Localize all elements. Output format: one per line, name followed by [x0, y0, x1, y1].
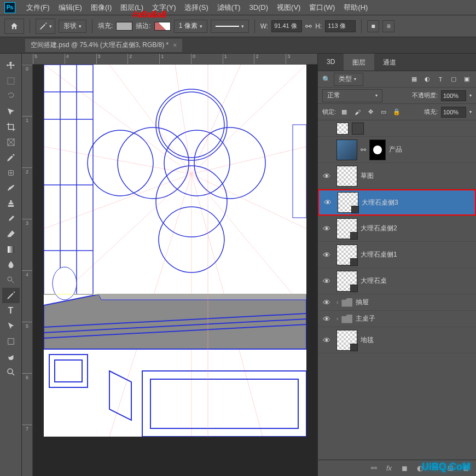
layer-row-selected[interactable]: 👁 大理石桌侧3: [318, 189, 476, 216]
eyedropper-tool[interactable]: [2, 150, 20, 165]
visibility-toggle[interactable]: 👁: [320, 224, 333, 233]
menu-edit[interactable]: 编辑(E): [54, 3, 86, 13]
menu-view[interactable]: 视图(V): [272, 3, 305, 13]
svg-rect-0: [8, 78, 14, 84]
lock-all-icon[interactable]: 🔒: [392, 107, 402, 117]
group-button[interactable]: ▭: [430, 463, 440, 473]
svg-rect-32: [293, 125, 306, 218]
gradient-tool[interactable]: [2, 242, 20, 257]
menu-window[interactable]: 窗口(W): [305, 3, 339, 13]
document-tabbar: 空间搭建.psd @ 75.4% (大理石桌侧3, RGB/8) * ×: [0, 37, 476, 54]
svg-rect-3: [8, 246, 14, 253]
stroke-width-input[interactable]: 1 像素 ▾: [174, 20, 207, 33]
move-tool[interactable]: [2, 58, 20, 73]
tab-layers[interactable]: 图层: [344, 54, 374, 71]
layer-row[interactable]: 👁 大理石桌侧1: [318, 242, 476, 268]
delete-button[interactable]: 🗑: [461, 463, 471, 473]
close-tab-icon[interactable]: ×: [173, 42, 177, 49]
visibility-toggle[interactable]: 👁: [320, 251, 333, 259]
layer-row[interactable]: 👁 大理石桌侧2: [318, 216, 476, 242]
shape-tool[interactable]: [2, 334, 20, 349]
fx-button[interactable]: fx: [384, 463, 394, 473]
link-wh-icon[interactable]: ⚯: [305, 22, 312, 31]
frame-tool[interactable]: [2, 135, 20, 150]
layer-filter-row: 🔍 类型▾ ▦ ◐ T ▢ ▣: [318, 71, 476, 88]
visibility-toggle[interactable]: 👁: [320, 298, 333, 307]
menu-type[interactable]: 文字(Y): [148, 3, 180, 13]
path-ops-button[interactable]: ■: [367, 20, 379, 32]
visibility-toggle[interactable]: 👁: [321, 198, 334, 207]
brush-tool[interactable]: [2, 181, 20, 196]
layer-group-row[interactable]: 👁 › 抽屉: [318, 294, 476, 311]
filter-shape-icon[interactable]: ▢: [449, 74, 458, 84]
tab-channels[interactable]: 通道: [374, 54, 405, 71]
crop-tool[interactable]: [2, 119, 20, 135]
layer-row[interactable]: 👁 草图: [318, 163, 476, 189]
eraser-tool[interactable]: [2, 227, 20, 242]
document-tab[interactable]: 空间搭建.psd @ 75.4% (大理石桌侧3, RGB/8) * ×: [25, 39, 182, 52]
layer-row[interactable]: ⚯ 产品: [318, 137, 476, 163]
marquee-tool[interactable]: [2, 73, 20, 89]
stroke-style-dropdown[interactable]: ▾: [211, 20, 249, 33]
visibility-toggle[interactable]: 👁: [320, 336, 333, 345]
hand-tool[interactable]: [2, 349, 20, 364]
expand-caret[interactable]: ›: [336, 316, 338, 322]
dodge-tool[interactable]: [2, 272, 20, 288]
layer-group-row[interactable]: 👁 › 主桌子: [318, 311, 476, 327]
menu-3d[interactable]: 3D(D): [245, 3, 272, 11]
adjustment-button[interactable]: ◐: [415, 463, 425, 473]
blur-tool[interactable]: [2, 257, 20, 272]
link-layers-button[interactable]: ⚯: [369, 463, 379, 473]
align-button[interactable]: ≡: [382, 20, 394, 32]
menu-select[interactable]: 选择(S): [180, 3, 212, 13]
filter-smart-icon[interactable]: ▣: [462, 74, 472, 84]
fill-color-swatch[interactable]: [116, 22, 132, 31]
home-button[interactable]: [4, 19, 24, 34]
zoom-tool[interactable]: [2, 364, 20, 380]
lock-pixels-icon[interactable]: 🖌: [352, 107, 362, 117]
mask-button[interactable]: ◼: [399, 463, 409, 473]
visibility-toggle[interactable]: 👁: [320, 277, 333, 286]
fill-input[interactable]: [441, 107, 466, 118]
shape-mode-dropdown[interactable]: 形状 ▾: [59, 20, 86, 33]
width-input[interactable]: [271, 20, 302, 32]
visibility-toggle[interactable]: 👁: [320, 315, 333, 323]
stroke-color-swatch[interactable]: [154, 22, 171, 31]
quick-select-tool[interactable]: [2, 104, 20, 119]
stamp-tool[interactable]: [2, 196, 20, 211]
new-layer-button[interactable]: ⊞: [445, 463, 455, 473]
lasso-tool[interactable]: [2, 89, 20, 104]
menu-filter[interactable]: 滤镜(T): [213, 3, 245, 13]
tab-3d[interactable]: 3D: [318, 54, 344, 71]
lock-transparency-icon[interactable]: ▩: [339, 107, 349, 117]
history-brush-tool[interactable]: [2, 211, 20, 227]
type-tool[interactable]: T: [2, 303, 20, 318]
path-select-tool[interactable]: [2, 318, 20, 334]
layer-row[interactable]: [318, 120, 476, 137]
visibility-toggle[interactable]: 👁: [320, 172, 333, 181]
menu-layer[interactable]: 图层(L): [116, 3, 148, 13]
separator: [92, 19, 92, 33]
filter-type-icon[interactable]: T: [436, 74, 445, 84]
link-icon: ⚯: [361, 146, 366, 154]
blend-mode-dropdown[interactable]: 正常▾: [322, 89, 382, 102]
healing-tool[interactable]: [2, 165, 20, 181]
lock-artboard-icon[interactable]: ▭: [379, 107, 388, 117]
filter-pixel-icon[interactable]: ▦: [409, 74, 419, 84]
tool-preset[interactable]: ▾: [36, 19, 55, 34]
expand-caret[interactable]: ›: [336, 299, 338, 305]
pen-tool[interactable]: [2, 288, 20, 303]
layer-row[interactable]: 👁 地毯: [318, 327, 476, 353]
layer-row[interactable]: 👁 大理石桌: [318, 268, 476, 294]
menu-help[interactable]: 帮助(H): [339, 3, 372, 13]
filter-adjust-icon[interactable]: ◐: [422, 74, 432, 84]
canvas[interactable]: [44, 65, 306, 437]
layer-name: 主桌子: [356, 314, 375, 323]
home-icon: [10, 22, 19, 31]
menu-file[interactable]: 文件(F): [22, 3, 54, 13]
lock-position-icon[interactable]: ✥: [365, 107, 375, 117]
height-input[interactable]: [325, 20, 356, 32]
menu-image[interactable]: 图像(I): [86, 3, 116, 13]
filter-type-dropdown[interactable]: 类型▾: [334, 73, 363, 86]
opacity-input[interactable]: [441, 90, 466, 101]
